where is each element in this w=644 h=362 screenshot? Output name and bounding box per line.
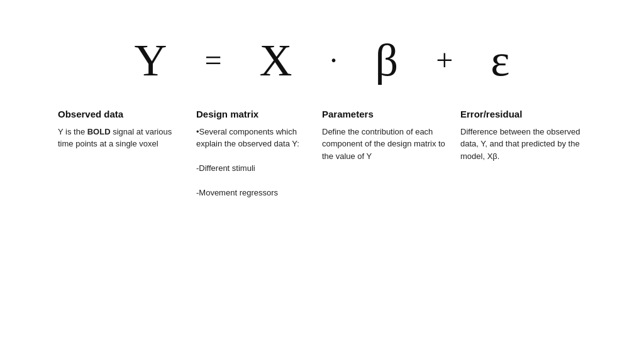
col-error: Error/residual Difference between the ob… [454, 108, 592, 162]
eq-equals: = [204, 45, 221, 75]
eq-X: X [260, 38, 292, 83]
col-observed: Observed data Y is the BOLD signal at va… [52, 108, 190, 150]
col-error-title: Error/residual [460, 108, 586, 121]
eq-beta: β [375, 38, 399, 83]
eq-epsilon: ε [491, 38, 509, 83]
eq-Y: Y [134, 38, 167, 83]
col-observed-body: Y is the BOLD signal at various time poi… [58, 126, 184, 150]
col-design-title: Design matrix [196, 108, 309, 121]
eq-plus: + [436, 45, 453, 75]
col-parameters-title: Parameters [322, 108, 448, 121]
col-parameters-body: Define the contribution of each componen… [322, 126, 448, 163]
eq-dot: · [330, 45, 338, 75]
col-design-body: •Several components which explain the ob… [196, 126, 309, 199]
col-parameters: Parameters Define the contribution of ea… [316, 108, 454, 162]
equation-row: Y = X · β + ε [0, 38, 644, 83]
descriptions-row: Observed data Y is the BOLD signal at va… [0, 108, 644, 199]
col-design: Design matrix •Several components which … [190, 108, 316, 199]
col-error-body: Difference between the observed data, Y,… [460, 126, 586, 163]
col-observed-title: Observed data [58, 108, 184, 121]
